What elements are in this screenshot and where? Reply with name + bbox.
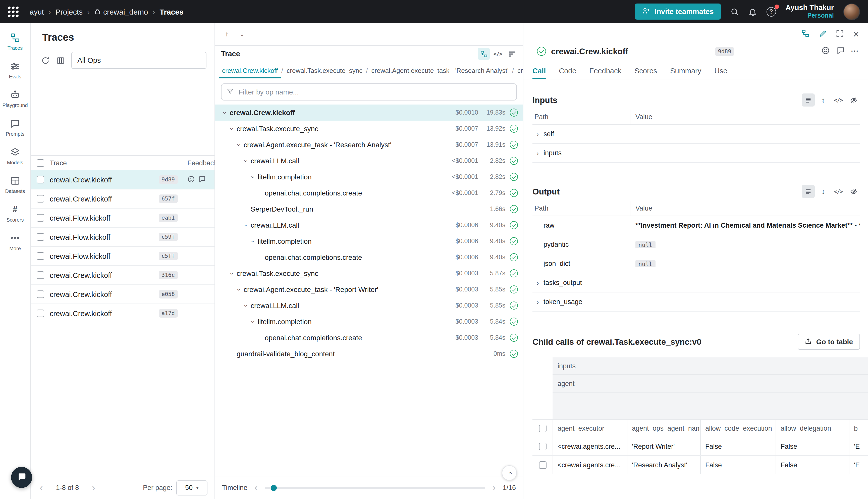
column-header-trace[interactable]: Trace xyxy=(50,156,183,170)
tab-code[interactable]: Code xyxy=(559,62,576,79)
chevron-down-icon[interactable]: › xyxy=(249,174,258,180)
hide-values-button[interactable] xyxy=(847,94,860,107)
kv-row[interactable]: ›inputs xyxy=(532,144,860,163)
tree-node[interactable]: › litellm.completion $0.0006 9.40s xyxy=(215,233,523,249)
tab-call[interactable]: Call xyxy=(532,62,546,79)
sidebar-item-traces[interactable]: Traces xyxy=(0,30,30,53)
column-header[interactable]: allow_code_execution xyxy=(700,419,776,437)
path-tab[interactable]: crewai.LLM.call xyxy=(514,62,523,78)
select-all-checkbox[interactable] xyxy=(36,159,44,167)
kv-row[interactable]: ›tasks_output xyxy=(532,273,860,292)
per-page-select[interactable]: 50 ▾ xyxy=(176,480,208,495)
table-row[interactable]: crewai.Crew.kickoff657f xyxy=(30,190,214,208)
row-checkbox[interactable] xyxy=(539,461,546,468)
breadcrumb-project[interactable]: crewai_demo xyxy=(94,7,148,16)
table-row[interactable]: <crewai.agents.cre... 'Report Writer' Fa… xyxy=(532,437,868,456)
table-row[interactable]: crewai.Flow.kickoffeab1 xyxy=(30,208,214,228)
add-reaction-icon[interactable] xyxy=(821,46,830,56)
tab-use[interactable]: Use xyxy=(714,62,727,79)
tree-node[interactable]: openai.chat.completions.create $0.0006 9… xyxy=(215,249,523,265)
tree-node[interactable]: › crewai.Agent.execute_task - 'Research … xyxy=(215,137,523,153)
tree-node[interactable]: › litellm.completion <$0.0001 2.82s xyxy=(215,169,523,185)
expand-rows-button[interactable]: ↕ xyxy=(817,94,830,107)
go-to-table-button[interactable]: Go to table xyxy=(798,334,860,350)
row-checkbox[interactable] xyxy=(539,442,546,450)
kv-row[interactable]: ›raw **Investment Report: AI in Chemical… xyxy=(532,216,860,235)
add-reaction-icon[interactable] xyxy=(187,175,195,184)
sidebar-item-models[interactable]: Models xyxy=(0,145,30,168)
user-menu[interactable]: Ayush Thakur Personal xyxy=(786,3,834,20)
row-checkbox[interactable] xyxy=(36,233,44,241)
op-filter-input[interactable] xyxy=(239,88,511,96)
table-row[interactable]: crewai.Flow.kickoffc5ff xyxy=(30,247,214,266)
chevron-right-icon[interactable]: › xyxy=(534,149,541,157)
tree-node[interactable]: openai.chat.completions.create $0.0003 5… xyxy=(215,330,523,346)
view-options-button[interactable] xyxy=(56,56,65,64)
column-header[interactable]: b xyxy=(849,419,868,437)
chevron-down-icon[interactable]: › xyxy=(235,286,244,293)
column-header-feedback[interactable]: Feedback xyxy=(183,159,214,167)
tree-node[interactable]: › crewai.LLM.call $0.0006 9.40s xyxy=(215,217,523,233)
row-checkbox[interactable] xyxy=(36,291,44,298)
tab-scores[interactable]: Scores xyxy=(634,62,657,79)
search-icon[interactable] xyxy=(730,7,739,16)
invite-teammates-button[interactable]: Invite teammates xyxy=(635,3,721,20)
table-row[interactable]: <crewai.agents.cre... 'Research Analyst'… xyxy=(532,456,868,474)
breadcrumb-org[interactable]: ayut xyxy=(30,7,44,16)
timeline-prev-button[interactable]: ‹ xyxy=(252,482,260,493)
chevron-down-icon[interactable]: › xyxy=(228,125,237,132)
chevron-right-icon[interactable]: › xyxy=(534,130,541,137)
tab-feedback[interactable]: Feedback xyxy=(590,62,621,79)
support-chat-button[interactable] xyxy=(11,467,32,488)
table-row[interactable]: crewai.Crew.kickoff9d89 xyxy=(30,170,214,190)
tab-summary[interactable]: Summary xyxy=(670,62,701,79)
tree-node[interactable]: › litellm.completion $0.0003 5.84s xyxy=(215,314,523,330)
ops-filter-select[interactable]: All Ops xyxy=(71,52,207,69)
breadcrumb-page[interactable]: Traces xyxy=(160,7,184,16)
tree-view-button[interactable] xyxy=(478,48,490,60)
comment-icon[interactable] xyxy=(198,175,206,184)
row-checkbox[interactable] xyxy=(36,309,44,317)
table-row[interactable]: crewai.Crew.kickoffa17d xyxy=(30,304,214,323)
table-row[interactable]: crewai.Crew.kickoff316c xyxy=(30,266,214,285)
tree-node[interactable]: › crewai.LLM.call $0.0003 5.85s xyxy=(215,297,523,314)
chevron-down-icon[interactable]: › xyxy=(242,302,251,309)
code-view-button[interactable]: </> xyxy=(832,185,845,198)
sidebar-item-prompts[interactable]: Prompts xyxy=(0,116,30,139)
hide-values-button[interactable] xyxy=(847,185,860,198)
row-checkbox[interactable] xyxy=(36,214,44,222)
select-all-checkbox[interactable] xyxy=(539,424,546,432)
sidebar-item-datasets[interactable]: Datasets xyxy=(0,173,30,196)
table-row[interactable]: crewai.Crew.kickoffe058 xyxy=(30,285,214,304)
sidebar-item-playground[interactable]: Playground xyxy=(0,87,30,111)
chevron-down-icon[interactable]: › xyxy=(221,109,230,116)
kv-row[interactable]: ›self xyxy=(532,125,860,144)
fullscreen-icon[interactable] xyxy=(836,29,844,39)
path-tab[interactable]: crewai.Agent.execute_task - 'Research An… xyxy=(369,62,512,78)
chevron-down-icon[interactable]: › xyxy=(242,222,251,228)
tree-node[interactable]: SerperDevTool._run 1.66s xyxy=(215,201,523,217)
kv-row[interactable]: ›token_usage xyxy=(532,292,860,312)
timeline-next-button[interactable]: › xyxy=(491,482,498,493)
help-icon[interactable]: ? xyxy=(767,7,776,16)
panel-layout-icon[interactable] xyxy=(802,29,810,39)
column-header[interactable]: allow_delegation xyxy=(776,419,849,437)
overflow-menu-icon[interactable]: ••• xyxy=(851,49,859,54)
kv-row[interactable]: ›pydantic null xyxy=(532,235,860,254)
timeline-slider-handle[interactable] xyxy=(271,485,277,491)
close-icon[interactable]: × xyxy=(853,29,859,39)
prev-call-arrow-button[interactable]: ↑ xyxy=(225,31,228,38)
tree-node[interactable]: openai.chat.completions.create <$0.0001 … xyxy=(215,185,523,201)
tree-node[interactable]: › crewai.Agent.execute_task - 'Report Wr… xyxy=(215,281,523,297)
sidebar-item-more[interactable]: More xyxy=(0,231,30,254)
row-checkbox[interactable] xyxy=(36,252,44,260)
row-checkbox[interactable] xyxy=(36,195,44,203)
flame-graph-button[interactable] xyxy=(506,48,518,60)
chevron-down-icon[interactable]: › xyxy=(249,238,258,244)
chevron-down-icon[interactable]: › xyxy=(235,142,244,148)
tree-node[interactable]: guardrail-validate_blog_content 0ms xyxy=(215,346,523,362)
next-page-button[interactable]: › xyxy=(90,482,97,493)
row-checkbox[interactable] xyxy=(36,271,44,279)
wandb-logo[interactable] xyxy=(8,6,18,17)
list-view-button[interactable] xyxy=(802,94,815,107)
